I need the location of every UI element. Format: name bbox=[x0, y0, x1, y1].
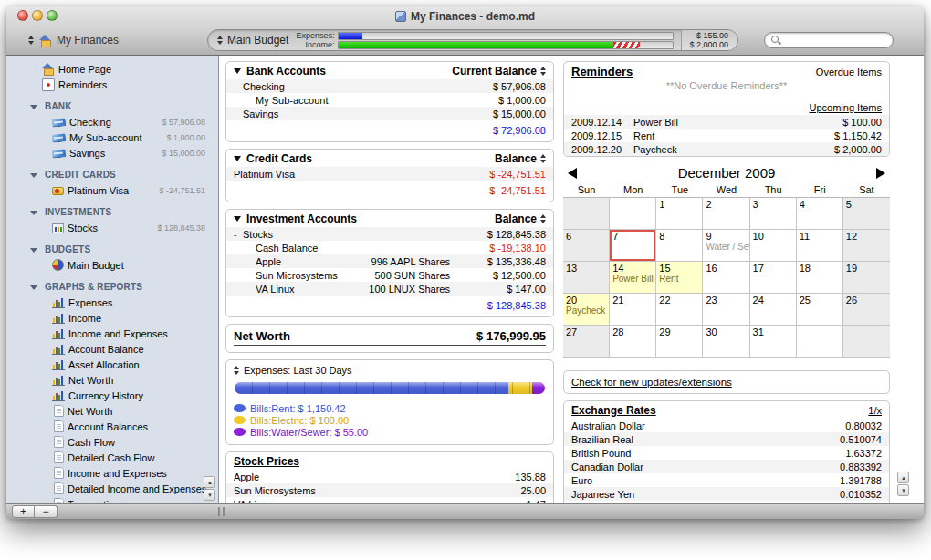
calendar-day[interactable]: 21 bbox=[610, 294, 656, 326]
sidebar-item-income-and-expenses-graph[interactable]: Income and Expenses bbox=[6, 326, 218, 341]
stepper-icon[interactable] bbox=[217, 36, 223, 45]
sidebar-item-checking[interactable]: Checking $ 57,906.08 bbox=[6, 114, 218, 130]
sidebar-item-my-sub-account[interactable]: My Sub-account $ 1,000.00 bbox=[6, 130, 218, 145]
account-row[interactable]: Cash Balance $ -19,138.10 bbox=[226, 241, 553, 254]
calendar-day[interactable] bbox=[797, 326, 843, 358]
search-field[interactable] bbox=[764, 32, 894, 48]
disclosure-icon[interactable] bbox=[30, 207, 41, 217]
add-item-button[interactable]: + bbox=[12, 505, 35, 518]
scroll-down-button[interactable] bbox=[204, 489, 215, 501]
sidebar-item-net-worth-graph[interactable]: Net Worth bbox=[6, 372, 218, 388]
expenses-widget-header[interactable]: Expenses: Last 30 Days bbox=[226, 360, 553, 378]
library-switcher[interactable]: My Finances bbox=[28, 34, 207, 47]
account-row[interactable]: Platinum Visa $ -24,751.51 bbox=[226, 167, 553, 181]
calendar-day[interactable]: 6 bbox=[563, 230, 610, 262]
sort-control[interactable]: Balance bbox=[495, 213, 546, 225]
account-row[interactable]: - Stocks $ 128,845.38 bbox=[226, 227, 553, 241]
calendar-day[interactable]: 8 bbox=[656, 230, 703, 262]
calendar-day[interactable]: 9 Water / Sewer bbox=[703, 230, 749, 262]
sidebar-item-savings[interactable]: Savings $ 15,000.00 bbox=[6, 145, 218, 161]
disclosure-icon[interactable] bbox=[234, 216, 241, 222]
calendar-day[interactable]: 11 bbox=[797, 230, 843, 262]
calendar-day[interactable]: 30 bbox=[703, 326, 749, 358]
calendar-day[interactable] bbox=[563, 198, 610, 230]
calendar-day[interactable]: 18 bbox=[797, 262, 843, 294]
sidebar-item-transactions-report[interactable]: Transactions bbox=[6, 496, 218, 503]
sidebar-section-bank[interactable]: BANK bbox=[6, 99, 218, 114]
scroll-up-button[interactable] bbox=[204, 476, 215, 488]
sidebar-item-stocks[interactable]: Stocks $ 128,845.38 bbox=[6, 220, 218, 235]
sort-control[interactable]: Current Balance bbox=[452, 65, 546, 78]
account-row[interactable]: - Checking $ 57,906.08 bbox=[226, 79, 553, 93]
calendar-day[interactable]: 14 Power Bill bbox=[610, 262, 656, 294]
disclosure-icon[interactable] bbox=[30, 282, 41, 292]
sort-control[interactable]: Balance bbox=[495, 152, 546, 165]
account-row[interactable]: My Sub-account $ 1,000.00 bbox=[226, 93, 553, 107]
sidebar-item-reminders[interactable]: Reminders bbox=[6, 77, 218, 92]
calendar-day[interactable]: 16 bbox=[703, 262, 749, 294]
disclosure-icon[interactable] bbox=[234, 156, 241, 161]
scroll-down-button[interactable] bbox=[897, 484, 909, 496]
calendar-day[interactable]: 23 bbox=[703, 294, 749, 326]
account-row[interactable]: VA Linux 100 LNUX Shares $ 147.00 bbox=[226, 282, 553, 296]
next-month-button[interactable] bbox=[876, 168, 887, 179]
credit-cards-header[interactable]: Credit Cards Balance bbox=[226, 150, 553, 167]
sidebar-section-investments[interactable]: INVESTMENTS bbox=[6, 204, 218, 220]
calendar-day[interactable]: 10 bbox=[750, 230, 797, 262]
investment-accounts-header[interactable]: Investment Accounts Balance bbox=[226, 210, 553, 227]
sidebar-item-detailed-cash-flow-report[interactable]: Detailed Cash Flow bbox=[6, 450, 218, 465]
calendar-day[interactable]: 28 bbox=[610, 326, 656, 358]
reminder-row[interactable]: 2009.12.15 Rent $ 1,150.42 bbox=[564, 129, 889, 142]
calendar-day[interactable]: 24 bbox=[750, 294, 797, 326]
sidebar-item-account-balances-report[interactable]: Account Balances bbox=[6, 419, 218, 434]
scroll-up-button[interactable] bbox=[897, 472, 909, 483]
calendar-day[interactable]: 17 bbox=[750, 262, 797, 294]
calendar-day[interactable]: 15 Rent bbox=[656, 262, 703, 294]
sidebar-item-account-balance-graph[interactable]: Account Balance bbox=[6, 341, 218, 357]
sidebar-section-credit-cards[interactable]: CREDIT CARDS bbox=[6, 167, 218, 182]
disclosure-icon[interactable] bbox=[234, 68, 241, 74]
calendar-day[interactable] bbox=[843, 326, 890, 358]
sidebar-item-platinum-visa[interactable]: Platinum Visa $ -24,751.51 bbox=[6, 182, 218, 198]
disclosure-icon[interactable] bbox=[30, 244, 41, 254]
remove-item-button[interactable]: − bbox=[35, 505, 58, 518]
sidebar-item-income-and-expenses-report[interactable]: Income and Expenses bbox=[6, 465, 218, 481]
account-row[interactable]: Savings $ 15,000.00 bbox=[226, 107, 553, 120]
calendar-day[interactable]: 20 Paycheck bbox=[563, 294, 610, 326]
calendar-day[interactable] bbox=[610, 198, 656, 230]
sidebar-item-income-graph[interactable]: Income bbox=[6, 310, 218, 326]
disclosure-icon[interactable] bbox=[30, 170, 41, 180]
calendar-day[interactable]: 19 bbox=[843, 262, 890, 294]
account-row[interactable]: Sun Microsystems 500 SUN Shares $ 12,500… bbox=[226, 268, 553, 282]
calendar-day[interactable]: 31 bbox=[750, 326, 797, 358]
reminder-row[interactable]: 2009.12.14 Power Bill $ 100.00 bbox=[564, 115, 889, 129]
bank-accounts-header[interactable]: Bank Accounts Current Balance bbox=[226, 62, 553, 79]
prev-month-button[interactable] bbox=[566, 168, 577, 179]
calendar-day[interactable]: 5 bbox=[843, 198, 890, 230]
sidebar-item-main-budget[interactable]: Main Budget bbox=[6, 257, 218, 273]
calendar-day[interactable]: 22 bbox=[656, 294, 703, 326]
row-disclosure[interactable]: - bbox=[234, 81, 243, 92]
sidebar-item-home-page[interactable]: Home Page bbox=[6, 61, 218, 77]
sidebar-item-net-worth-report[interactable]: Net Worth bbox=[6, 403, 218, 419]
calendar-day[interactable]: 2 bbox=[703, 198, 749, 230]
calendar-day[interactable]: 27 bbox=[563, 326, 610, 358]
reminder-row[interactable]: 2009.12.20 Paycheck $ 2,000.00 bbox=[564, 142, 889, 156]
calendar-day[interactable]: 1 bbox=[656, 198, 703, 230]
disclosure-icon[interactable] bbox=[30, 101, 41, 111]
sidebar-item-currency-history-graph[interactable]: Currency History bbox=[6, 388, 218, 403]
search-input[interactable] bbox=[785, 35, 886, 46]
calendar-day[interactable]: 12 bbox=[843, 230, 890, 262]
calendar-day[interactable]: 13 bbox=[563, 262, 610, 294]
sidebar-item-cash-flow-report[interactable]: Cash Flow bbox=[6, 434, 218, 450]
sidebar-item-asset-allocation-graph[interactable]: Asset Allocation bbox=[6, 357, 218, 372]
splitter-handle-icon[interactable] bbox=[218, 507, 225, 516]
calendar-day[interactable]: 3 bbox=[750, 198, 797, 230]
calendar-day[interactable]: 29 bbox=[656, 326, 703, 358]
stepper-icon[interactable] bbox=[234, 366, 239, 375]
sidebar-section-graphs-reports[interactable]: GRAPHS & REPORTS bbox=[6, 279, 218, 295]
sidebar-item-detailed-income-and-expenses-report[interactable]: Detailed Income and Expenses bbox=[6, 481, 218, 496]
calendar-day[interactable]: 25 bbox=[797, 294, 843, 326]
sidebar-section-budgets[interactable]: BUDGETS bbox=[6, 242, 218, 257]
calendar-day[interactable]: 4 bbox=[797, 198, 843, 230]
